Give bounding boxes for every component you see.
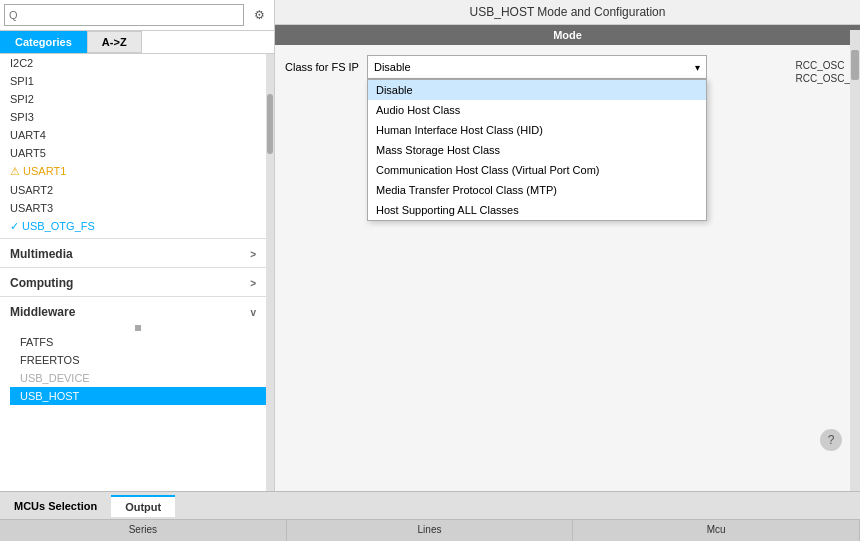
- sidebar-item-usb-otg-fs[interactable]: USB_OTG_FS: [0, 217, 266, 236]
- chevron-down-icon: ▾: [695, 62, 700, 73]
- rcc-labels: RCC_OSC RCC_OSC_: [796, 60, 850, 86]
- sidebar-item-fatfs[interactable]: FATFS: [10, 333, 266, 351]
- divider-2: [0, 267, 266, 268]
- config-row-class: Class for FS IP Disable ▾ Disable Audio …: [285, 55, 850, 79]
- dropdown-selected-value: Disable: [374, 61, 411, 73]
- sidebar-item-usart1[interactable]: USART1: [0, 162, 266, 181]
- sidebar-item-spi2[interactable]: SPI2: [0, 90, 266, 108]
- sidebar-item-i2c2[interactable]: I2C2: [0, 54, 266, 72]
- search-bar: ⚙: [0, 0, 274, 31]
- main-content: ⚙ Categories A->Z I2C2 SPI1 SPI2 SPI3 UA…: [0, 0, 860, 491]
- help-icon[interactable]: ?: [820, 429, 842, 451]
- section-multimedia[interactable]: Multimedia >: [0, 241, 266, 265]
- dropdown-trigger[interactable]: Disable ▾: [367, 55, 707, 79]
- section-multimedia-arrow: >: [250, 249, 256, 260]
- footer-lines: Lines: [287, 520, 574, 541]
- right-scrollbar[interactable]: [850, 30, 860, 491]
- tab-az[interactable]: A->Z: [87, 31, 142, 53]
- bottom-footer: Series Lines Mcu: [0, 519, 860, 541]
- sidebar-item-usart2[interactable]: USART2: [0, 181, 266, 199]
- dropdown-container: Disable ▾ Disable Audio Host Class Human…: [367, 55, 707, 79]
- dropdown-item-mass-storage[interactable]: Mass Storage Host Class: [368, 140, 706, 160]
- sidebar-scroll-thumb: [267, 94, 273, 154]
- dropdown-item-disable[interactable]: Disable: [368, 80, 706, 100]
- middleware-items: FATFS FREERTOS USB_DEVICE USB_HOST: [0, 323, 266, 405]
- tab-categories[interactable]: Categories: [0, 31, 87, 53]
- bottom-tab-output[interactable]: Output: [111, 495, 175, 517]
- bottom-tab-mcu-selection[interactable]: MCUs Selection: [0, 496, 111, 516]
- footer-series: Series: [0, 520, 287, 541]
- bottom-bar: MCUs Selection Output: [0, 491, 860, 519]
- rcc-label-1: RCC_OSC: [796, 60, 850, 71]
- section-computing-arrow: >: [250, 278, 256, 289]
- right-panel: USB_HOST Mode and Configuration Mode Cla…: [275, 0, 860, 491]
- mode-section: Mode: [275, 25, 860, 45]
- gear-icon[interactable]: ⚙: [248, 4, 270, 26]
- divider-1: [0, 238, 266, 239]
- section-middleware-label: Middleware: [10, 305, 75, 319]
- config-label: Class for FS IP: [285, 61, 359, 73]
- divider-3: [0, 296, 266, 297]
- sidebar-item-uart5[interactable]: UART5: [0, 144, 266, 162]
- sidebar-scrollbar[interactable]: [266, 54, 274, 491]
- sidebar-item-spi1[interactable]: SPI1: [0, 72, 266, 90]
- sidebar-item-usart3[interactable]: USART3: [0, 199, 266, 217]
- sidebar-item-freertos[interactable]: FREERTOS: [10, 351, 266, 369]
- sidebar-inner: I2C2 SPI1 SPI2 SPI3 UART4 UART5 USART1 U…: [0, 54, 274, 491]
- section-middleware[interactable]: Middleware v: [0, 299, 266, 323]
- sidebar-item-usb-device[interactable]: USB_DEVICE: [10, 369, 266, 387]
- dropdown-item-hid[interactable]: Human Interface Host Class (HID): [368, 120, 706, 140]
- footer-mcu: Mcu: [573, 520, 860, 541]
- section-computing[interactable]: Computing >: [0, 270, 266, 294]
- sidebar-item-uart4[interactable]: UART4: [0, 126, 266, 144]
- dropdown-item-all-classes[interactable]: Host Supporting ALL Classes: [368, 200, 706, 220]
- tabs-bar: Categories A->Z: [0, 31, 274, 54]
- config-area: Class for FS IP Disable ▾ Disable Audio …: [275, 45, 860, 95]
- dropdown-item-audio[interactable]: Audio Host Class: [368, 100, 706, 120]
- section-multimedia-label: Multimedia: [10, 247, 73, 261]
- dropdown-item-mtp[interactable]: Media Transfer Protocol Class (MTP): [368, 180, 706, 200]
- sidebar: ⚙ Categories A->Z I2C2 SPI1 SPI2 SPI3 UA…: [0, 0, 275, 491]
- sidebar-content: I2C2 SPI1 SPI2 SPI3 UART4 UART5 USART1 U…: [0, 54, 266, 491]
- section-middleware-arrow: v: [250, 307, 256, 318]
- dropdown-menu: Disable Audio Host Class Human Interface…: [367, 79, 707, 221]
- sidebar-item-usb-host[interactable]: USB_HOST: [10, 387, 266, 405]
- panel-title: USB_HOST Mode and Configuration: [275, 0, 860, 25]
- right-scroll-thumb: [851, 50, 859, 80]
- search-input[interactable]: [4, 4, 244, 26]
- section-computing-label: Computing: [10, 276, 73, 290]
- sidebar-item-spi3[interactable]: SPI3: [0, 108, 266, 126]
- rcc-label-2: RCC_OSC_: [796, 73, 850, 84]
- dropdown-item-cdc[interactable]: Communication Host Class (Virtual Port C…: [368, 160, 706, 180]
